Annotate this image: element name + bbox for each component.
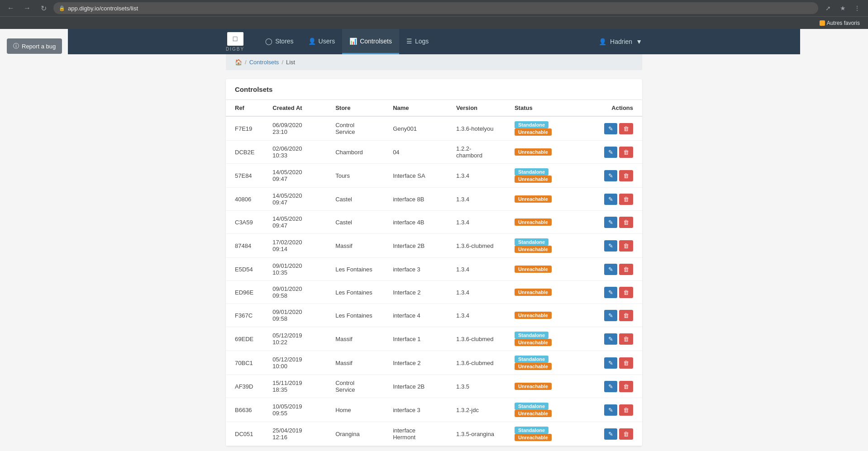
lock-icon: 🔒	[59, 5, 65, 11]
delete-button[interactable]: 🗑	[619, 404, 633, 416]
cell-actions: ✎🗑	[595, 398, 642, 422]
cell-store: Chambord	[326, 141, 384, 164]
edit-button[interactable]: ✎	[604, 123, 617, 134]
table-row: B663610/05/2019 09:55Homeinterface 31.3.…	[226, 398, 642, 422]
cell-store: Control Service	[326, 116, 384, 141]
cell-name: Interface 2	[384, 281, 447, 304]
back-button[interactable]: ←	[5, 2, 17, 14]
cell-ref: F367C	[226, 304, 263, 327]
edit-button[interactable]: ✎	[604, 147, 617, 158]
cell-actions: ✎🗑	[595, 422, 642, 446]
cell-version: 1.3.4	[447, 211, 506, 234]
nav-logs[interactable]: ☰ Logs	[399, 29, 436, 54]
delete-button[interactable]: 🗑	[619, 147, 633, 158]
edit-button[interactable]: ✎	[604, 404, 617, 416]
nav-users[interactable]: 👤 Users	[301, 29, 343, 54]
delete-button[interactable]: 🗑	[619, 310, 633, 321]
reload-button[interactable]: ↻	[37, 2, 50, 14]
breadcrumb-controlsets[interactable]: Controlsets	[249, 59, 279, 66]
share-button[interactable]: ➚	[822, 2, 835, 14]
delete-button[interactable]: 🗑	[619, 333, 633, 345]
cell-ref: C3A59	[226, 211, 263, 234]
cell-actions: ✎🗑	[595, 211, 642, 234]
cell-ref: 70BC1	[226, 351, 263, 375]
delete-button[interactable]: 🗑	[619, 123, 633, 134]
autres-favoris-bookmark[interactable]: Autres favoris	[816, 19, 863, 27]
delete-button[interactable]: 🗑	[619, 357, 633, 369]
delete-button[interactable]: 🗑	[619, 217, 633, 228]
cell-store: Les Fontaines	[326, 304, 384, 327]
cell-actions: ✎🗑	[595, 116, 642, 141]
delete-button[interactable]: 🗑	[619, 381, 633, 392]
cell-status: StandaloneUnreachable	[506, 398, 595, 422]
cell-version: 1.3.4	[447, 164, 506, 188]
stores-icon: ◯	[265, 38, 272, 45]
badge-unreachable: Unreachable	[515, 218, 552, 226]
edit-button[interactable]: ✎	[604, 194, 617, 205]
delete-button[interactable]: 🗑	[619, 240, 633, 252]
edit-button[interactable]: ✎	[604, 217, 617, 228]
controlsets-table: Ref Created At Store Name Version Status…	[226, 100, 642, 446]
cell-created-at: 14/05/2020 09:47	[263, 164, 326, 188]
cell-name: interface 3	[384, 258, 447, 281]
cell-status: Unreachable	[506, 211, 595, 234]
edit-button[interactable]: ✎	[604, 170, 617, 181]
cell-actions: ✎🗑	[595, 351, 642, 375]
report-bug-label: Report a bug	[22, 43, 56, 50]
edit-button[interactable]: ✎	[604, 310, 617, 321]
nav-stores[interactable]: ◯ Stores	[258, 29, 300, 54]
address-bar[interactable]: 🔒 app.digby.io/controlsets/list	[53, 2, 818, 14]
edit-button[interactable]: ✎	[604, 333, 617, 345]
bookmark-button[interactable]: ★	[836, 2, 849, 14]
nav-user-menu[interactable]: 👤 Hadrien ▼	[599, 38, 642, 45]
dropdown-chevron-icon: ▼	[636, 38, 642, 45]
delete-button[interactable]: 🗑	[619, 428, 633, 440]
badge-unreachable: Unreachable	[515, 266, 552, 273]
cell-created-at: 14/05/2020 09:47	[263, 211, 326, 234]
table-row: ED96E09/01/2020 09:58Les FontainesInterf…	[226, 281, 642, 304]
badge-unreachable: Unreachable	[515, 312, 552, 319]
logo-box: □	[227, 32, 243, 46]
cell-store: Control Service	[326, 375, 384, 398]
cell-actions: ✎🗑	[595, 258, 642, 281]
forward-button[interactable]: →	[21, 2, 33, 14]
th-store: Store	[326, 100, 384, 116]
badge-standalone: Standalone	[515, 121, 548, 128]
cell-ref: E5D54	[226, 258, 263, 281]
cell-store: Massif	[326, 351, 384, 375]
badge-unreachable: Unreachable	[515, 434, 552, 441]
table-row: AF39D15/11/2019 18:35Control ServiceInte…	[226, 375, 642, 398]
edit-button[interactable]: ✎	[604, 381, 617, 392]
table-row: 69EDE05/12/2019 10:22MassifInterface 11.…	[226, 327, 642, 351]
edit-button[interactable]: ✎	[604, 287, 617, 298]
cell-store: Les Fontaines	[326, 281, 384, 304]
report-bug-button[interactable]: ⓘ Report a bug	[7, 38, 62, 54]
th-status: Status	[506, 100, 595, 116]
badge-unreachable: Unreachable	[515, 383, 552, 390]
edit-button[interactable]: ✎	[604, 264, 617, 275]
breadcrumb-sep-2: /	[281, 59, 283, 66]
cell-version: 1.3.6-clubmed	[447, 327, 506, 351]
breadcrumb-home-icon[interactable]: 🏠	[235, 59, 242, 66]
cell-name: Interface 1	[384, 327, 447, 351]
cell-status: Unreachable	[506, 188, 595, 211]
delete-button[interactable]: 🗑	[619, 287, 633, 298]
cell-version: 1.3.5	[447, 375, 506, 398]
more-button[interactable]: ⋮	[851, 2, 863, 14]
cell-created-at: 09/01/2020 09:58	[263, 304, 326, 327]
edit-button[interactable]: ✎	[604, 240, 617, 252]
app-logo[interactable]: □ DIGBY	[226, 32, 244, 52]
cell-created-at: 06/09/2020 23:10	[263, 116, 326, 141]
table-row: 8748417/02/2020 09:14MassifInterface 2B1…	[226, 234, 642, 258]
cell-name: interface 3	[384, 398, 447, 422]
delete-button[interactable]: 🗑	[619, 194, 633, 205]
nav-controlsets[interactable]: 📊 Controlsets	[342, 29, 399, 54]
cell-created-at: 09/01/2020 10:35	[263, 258, 326, 281]
edit-button[interactable]: ✎	[604, 357, 617, 369]
badge-unreachable: Unreachable	[515, 339, 552, 346]
delete-button[interactable]: 🗑	[619, 264, 633, 275]
cell-status: Unreachable	[506, 141, 595, 164]
edit-button[interactable]: ✎	[604, 428, 617, 440]
browser-chrome: ← → ↻ 🔒 app.digby.io/controlsets/list ➚ …	[0, 0, 868, 16]
delete-button[interactable]: 🗑	[619, 170, 633, 181]
